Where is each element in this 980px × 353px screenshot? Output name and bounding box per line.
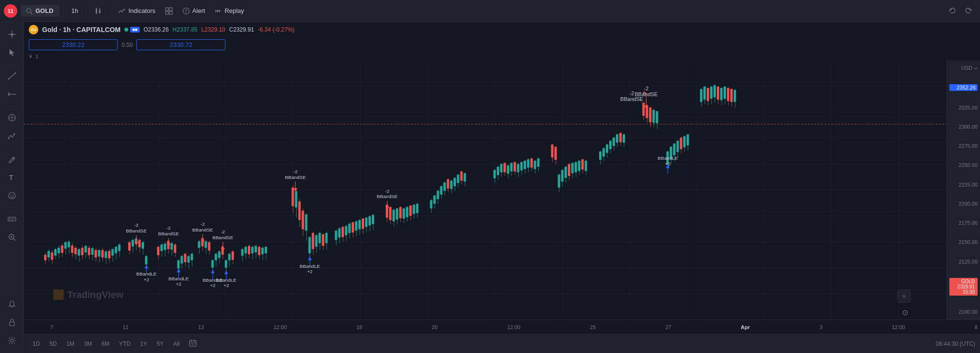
- svg-rect-158: [212, 260, 214, 267]
- undo-button[interactable]: [945, 5, 960, 17]
- currency-label: USD: [949, 65, 978, 71]
- alerts-left-btn[interactable]: [3, 296, 21, 313]
- svg-point-29: [13, 133, 15, 135]
- svg-rect-318: [575, 162, 577, 172]
- price-2100: 2100.00: [949, 309, 978, 315]
- replay-button[interactable]: Replay: [211, 5, 248, 17]
- svg-rect-356: [673, 143, 676, 155]
- fib-tool[interactable]: [3, 109, 21, 126]
- period-1y[interactable]: 1Y: [136, 339, 151, 349]
- main-toolbar: 11 GOLD 1h Indicators: [0, 0, 980, 22]
- svg-rect-246: [406, 207, 408, 217]
- period-all[interactable]: All: [169, 339, 183, 349]
- svg-rect-35: [8, 217, 16, 221]
- crosshair-tool[interactable]: [3, 26, 21, 43]
- expand-button[interactable]: »: [897, 289, 911, 303]
- period-ytd[interactable]: YTD: [115, 339, 134, 349]
- price-2325: 2325.00: [949, 105, 978, 110]
- lock-btn[interactable]: [3, 314, 21, 331]
- collapse-button[interactable]: ∨: [29, 53, 33, 59]
- svg-rect-110: [111, 249, 114, 256]
- cursor-tool[interactable]: [3, 44, 21, 61]
- chart-type-button[interactable]: [90, 4, 106, 18]
- ohlc-change: -6.34 (-0.27%): [258, 26, 295, 33]
- price-left-input[interactable]: [29, 39, 118, 50]
- price-right-input[interactable]: [136, 39, 225, 50]
- emoji-tool[interactable]: [3, 187, 21, 204]
- svg-rect-272: [460, 171, 463, 180]
- timeframe-button[interactable]: 1h: [67, 5, 82, 17]
- price-step: 0.50: [122, 42, 133, 48]
- redo-button[interactable]: [961, 5, 976, 17]
- horizontal-line-tool[interactable]: [3, 86, 21, 103]
- utc-time-display: 08:44:30 (UTC): [935, 341, 975, 347]
- svg-rect-322: [581, 159, 584, 169]
- symbol-search[interactable]: GOLD: [21, 5, 59, 17]
- scroll-to-end-button[interactable]: ⊙: [902, 308, 908, 317]
- date-range-button[interactable]: [185, 337, 200, 350]
- templates-button[interactable]: [161, 5, 177, 17]
- alert-button[interactable]: Alert: [178, 5, 209, 17]
- svg-rect-282: [503, 163, 506, 172]
- zoom-tool[interactable]: [3, 229, 21, 246]
- svg-text:BBandSE: BBandSE: [635, 92, 657, 98]
- svg-rect-184: [261, 248, 264, 254]
- svg-rect-244: [402, 209, 405, 219]
- svg-rect-146: [187, 256, 189, 263]
- indicators-button[interactable]: Indicators: [114, 5, 159, 17]
- svg-text:BBandSE: BBandSE: [192, 227, 213, 232]
- svg-rect-216: [345, 226, 347, 235]
- measure-tool[interactable]: [3, 210, 21, 228]
- svg-rect-270: [457, 175, 459, 183]
- time-label-1200c: 12:00: [892, 324, 905, 330]
- pattern-tool[interactable]: [3, 127, 21, 144]
- lt-divider-3: [5, 147, 19, 148]
- svg-rect-336: [616, 134, 618, 143]
- chart-and-axis: USD: [24, 60, 980, 320]
- trend-line-tool[interactable]: [3, 67, 21, 85]
- svg-rect-443: [189, 341, 196, 346]
- svg-rect-340: [623, 134, 625, 143]
- period-1d[interactable]: 1D: [29, 339, 44, 349]
- svg-line-19: [9, 73, 15, 79]
- svg-rect-74: [51, 253, 53, 260]
- svg-rect-148: [190, 254, 193, 261]
- svg-point-20: [8, 78, 9, 80]
- pencil-tool[interactable]: [3, 151, 21, 168]
- time-label-1200b: 12:00: [507, 324, 521, 330]
- period-6m[interactable]: 6M: [98, 339, 113, 349]
- text-icon: T: [8, 173, 16, 182]
- svg-rect-284: [507, 165, 509, 174]
- left-toolbar: T: [0, 22, 24, 353]
- svg-rect-140: [177, 260, 179, 268]
- svg-rect-178: [251, 247, 254, 254]
- templates-icon: [165, 7, 173, 15]
- svg-rect-306: [555, 147, 557, 160]
- svg-rect-182: [258, 247, 260, 255]
- chart-canvas[interactable]: USD: [24, 60, 947, 320]
- divider-2: [86, 5, 86, 17]
- settings-left-btn[interactable]: [3, 332, 21, 349]
- gold-price-label: GOLD 2329.91 15:30: [949, 278, 978, 296]
- candlestick-chart: -2 BBandSE -2 BBandS: [24, 60, 947, 320]
- svg-rect-122: [138, 240, 141, 247]
- ohlc-open: O2336.26: [144, 26, 169, 33]
- time-label-7: 7: [50, 324, 53, 330]
- svg-rect-202: [315, 235, 318, 247]
- svg-rect-248: [409, 206, 412, 216]
- period-1m[interactable]: 1M: [63, 339, 78, 349]
- time-axis: 7 11 13 12:00 18 20 12:00 25 27 Apr 3 12…: [24, 320, 980, 334]
- lt-divider-2: [5, 106, 19, 106]
- svg-rect-90: [78, 249, 80, 256]
- svg-rect-240: [396, 209, 398, 220]
- svg-rect-294: [523, 161, 526, 169]
- svg-rect-288: [513, 162, 516, 171]
- period-5d[interactable]: 5D: [45, 339, 60, 349]
- svg-rect-114: [118, 244, 121, 251]
- svg-rect-256: [434, 196, 436, 204]
- period-3m[interactable]: 3M: [80, 339, 96, 349]
- svg-rect-160: [215, 254, 217, 261]
- text-tool[interactable]: T: [3, 169, 21, 186]
- period-5y[interactable]: 5Y: [153, 339, 167, 349]
- pattern-icon: [8, 132, 16, 140]
